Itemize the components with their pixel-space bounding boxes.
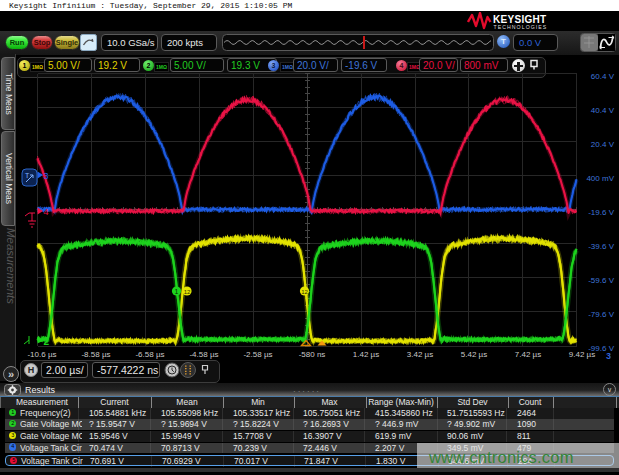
svg-text:12: 12 — [184, 289, 191, 295]
svg-text:KEYSIGHT: KEYSIGHT — [493, 14, 547, 25]
svg-text:T: T — [25, 172, 30, 179]
svg-text:3: 3 — [44, 171, 49, 181]
svg-text:TECHNOLOGIES: TECHNOLOGIES — [494, 24, 548, 30]
svg-text:1: 1 — [175, 288, 179, 295]
svg-text:12: 12 — [301, 289, 308, 295]
svg-text:2: 2 — [44, 336, 50, 347]
svg-text:4: 4 — [44, 207, 49, 217]
